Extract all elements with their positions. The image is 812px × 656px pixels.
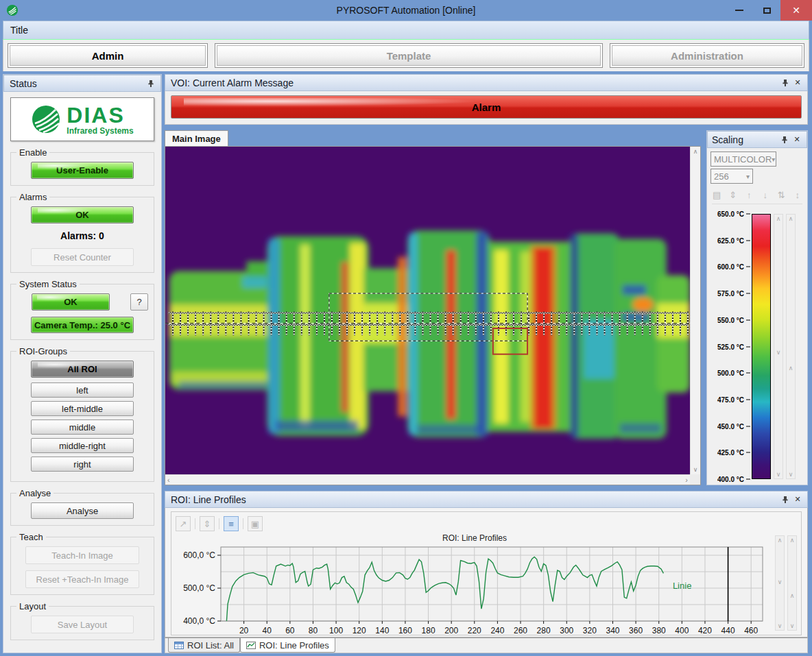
scale-tick-label: 625.0 °C: [717, 236, 750, 244]
ribbon: Admin Template Administration: [3, 40, 809, 71]
pin-icon[interactable]: [145, 78, 156, 89]
svg-text:400: 400: [675, 626, 689, 635]
scale-tick-labels: 650.0 °C625.0 °C600.0 °C575.0 °C550.0 °C…: [710, 214, 750, 479]
image-horizontal-scrollbar[interactable]: ‹ ›: [165, 474, 690, 485]
pin-icon[interactable]: [779, 134, 790, 145]
chart-y-max-slider[interactable]: ∧ ∨ ∨: [775, 535, 785, 631]
scaling-toolbar-icon[interactable]: ▤: [712, 190, 722, 200]
image-tabstrip: Main Image: [165, 130, 701, 147]
scale-min-slider[interactable]: ∧ ∧ ∨: [786, 214, 796, 479]
chevron-up-icon[interactable]: ∧: [788, 537, 796, 544]
scale-max-slider[interactable]: ∧ ∨ ∨: [774, 214, 783, 479]
reset-teach-in-image-button[interactable]: Reset +Teach-In Image: [25, 570, 139, 588]
save-layout-button[interactable]: Save Layout: [31, 616, 134, 633]
svg-text:280: 280: [537, 626, 551, 635]
chart-legend-label: Linie: [673, 581, 691, 591]
maximize-icon: [763, 8, 771, 14]
svg-text:100: 100: [329, 626, 343, 635]
voi-panel-title: VOI: Current Alarm Message: [171, 77, 294, 88]
camera-temp-button[interactable]: Camera Temp.: 25.0 °C: [31, 317, 134, 333]
scroll-left-icon[interactable]: ‹: [167, 476, 170, 484]
pin-icon[interactable]: [780, 494, 791, 505]
svg-text:40: 40: [263, 626, 272, 635]
svg-text:320: 320: [583, 626, 597, 635]
chart-copy-button[interactable]: ▣: [248, 516, 263, 531]
user-enable-button[interactable]: User-Enable: [31, 162, 134, 179]
select-arrow-icon: ▾: [772, 156, 775, 163]
close-button[interactable]: ✕: [780, 0, 812, 21]
chart-export-button[interactable]: ↗: [176, 516, 191, 531]
chevron-down-icon[interactable]: ∨: [788, 622, 796, 629]
scaling-toolbar-icon[interactable]: ↕: [793, 190, 803, 200]
close-icon[interactable]: ✕: [792, 77, 803, 88]
roi-group-button[interactable]: left-middle: [31, 401, 134, 416]
chevron-down-icon[interactable]: ∨: [776, 622, 784, 629]
ribbon-button-template[interactable]: Template: [217, 45, 601, 66]
scale-tick-label: 500.0 °C: [717, 369, 750, 377]
chevron-down-icon[interactable]: ∨: [776, 579, 784, 585]
scaling-toolbar-icon[interactable]: ↑: [744, 190, 754, 200]
chevron-down-icon[interactable]: ∨: [774, 471, 783, 478]
scaling-toolbar-icon[interactable]: ⇅: [776, 190, 787, 200]
svg-text:180: 180: [422, 626, 435, 635]
roi-group-button[interactable]: All ROI: [31, 361, 134, 378]
scroll-right-icon[interactable]: ›: [685, 476, 688, 484]
palette-select[interactable]: MULTICOLOR ▾: [710, 151, 776, 167]
scroll-up-icon[interactable]: ∧: [693, 148, 698, 155]
svg-text:420: 420: [698, 626, 712, 635]
line-profile-chart[interactable]: 600,0 °C500,0 °C400,0 °C2040608010012014…: [176, 544, 774, 640]
roi-group-button[interactable]: left: [31, 382, 134, 398]
chevron-up-icon[interactable]: ∧: [787, 215, 795, 222]
ribbon-button-admin[interactable]: Admin: [10, 45, 206, 66]
chevron-up-icon[interactable]: ∧: [788, 592, 796, 599]
roi-groups-legend: ROI-Groups: [16, 346, 70, 356]
svg-text:500,0 °C: 500,0 °C: [183, 583, 215, 593]
image-vertical-scrollbar[interactable]: ∧ ∨: [690, 147, 700, 474]
window-title: PYROSOFT Automation [Online]: [0, 5, 812, 16]
thermal-image[interactable]: [165, 147, 690, 474]
scaling-toolbar-icon[interactable]: ⇕: [728, 190, 739, 200]
layout-group: Layout Save Layout: [10, 606, 154, 640]
chevron-up-icon[interactable]: ∧: [787, 365, 795, 372]
chart-y-min-slider[interactable]: ∧ ∧ ∨: [787, 535, 797, 631]
close-icon[interactable]: ✕: [791, 134, 802, 145]
ribbon-button-administration[interactable]: Administration: [612, 45, 802, 66]
scaling-toolbar-icon[interactable]: ↓: [761, 190, 771, 200]
chevron-up-icon[interactable]: ∧: [774, 215, 783, 222]
reset-counter-button[interactable]: Reset Counter: [31, 248, 134, 266]
roi-group-button[interactable]: middle: [31, 420, 134, 435]
enable-group: Enable User-Enable: [10, 152, 154, 186]
roi-group-button[interactable]: right: [31, 457, 134, 472]
chart-autoscale-button[interactable]: ⇕: [200, 516, 215, 531]
chart-icon: [246, 642, 256, 649]
scale-tick-label: 400.0 °C: [717, 476, 750, 483]
chart-legend-button[interactable]: ≡: [224, 516, 239, 531]
svg-text:440: 440: [721, 626, 735, 635]
system-status-legend: System Status: [16, 279, 80, 289]
layout-group-legend: Layout: [16, 601, 49, 611]
chevron-down-icon[interactable]: ∨: [787, 471, 795, 478]
svg-text:340: 340: [606, 626, 619, 635]
svg-text:460: 460: [744, 626, 758, 635]
roi-group-button[interactable]: middle-right: [31, 438, 134, 453]
pin-icon[interactable]: [780, 77, 791, 88]
system-ok-button[interactable]: OK: [32, 293, 110, 311]
system-help-button[interactable]: ?: [130, 293, 148, 311]
chevron-down-icon[interactable]: ∨: [774, 349, 783, 356]
scale-tick-label: 650.0 °C: [717, 210, 750, 218]
maximize-button[interactable]: [753, 0, 780, 21]
levels-select[interactable]: 256 ▾: [710, 169, 753, 184]
close-icon[interactable]: ✕: [792, 494, 803, 505]
analyse-group: Analyse Analyse: [10, 493, 154, 526]
teach-in-image-button[interactable]: Teach-In Image: [25, 546, 139, 564]
scroll-down-icon[interactable]: ∨: [693, 466, 698, 473]
chevron-up-icon[interactable]: ∧: [776, 537, 784, 544]
analyse-button[interactable]: Analyse: [31, 502, 134, 519]
svg-text:160: 160: [398, 626, 412, 635]
svg-text:80: 80: [309, 626, 318, 635]
enable-group-legend: Enable: [16, 147, 49, 158]
minimize-button[interactable]: [726, 0, 753, 21]
tab-main-image[interactable]: Main Image: [165, 130, 228, 146]
alarms-ok-button[interactable]: OK: [31, 206, 134, 223]
alarm-label: Alarm: [472, 101, 501, 113]
